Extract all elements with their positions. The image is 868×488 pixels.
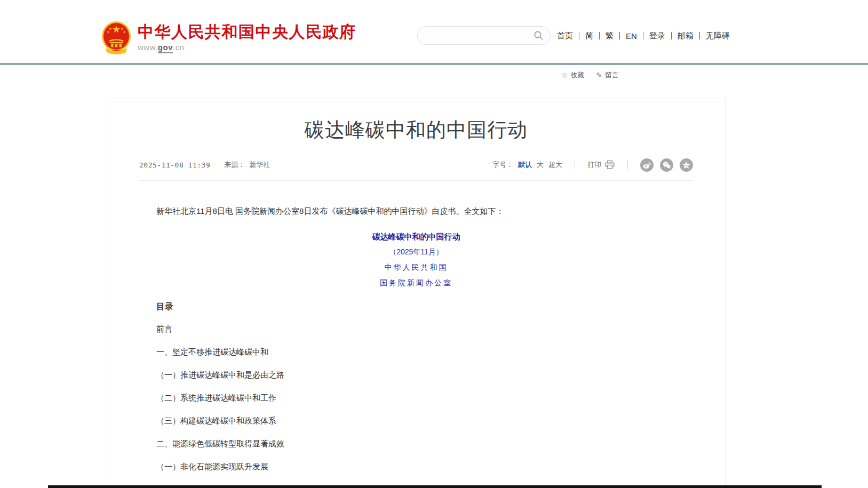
meta-divider [139, 180, 693, 181]
toc-item-1-2: （二）系统推进碳达峰碳中和工作 [156, 386, 676, 409]
pencil-icon: ✎ [596, 71, 602, 79]
nav-separator [579, 32, 579, 39]
print-button[interactable]: 打印 [587, 160, 615, 170]
header-divider [0, 63, 868, 65]
document-author-line1: 中华人民共和国 [156, 260, 676, 275]
font-size-large-button[interactable]: 大 [537, 160, 544, 170]
nav-simplified[interactable]: 简 [585, 31, 593, 41]
toc-item-1-3: （三）构建碳达峰碳中和政策体系 [156, 409, 676, 432]
site-url: www.gov.cn [138, 43, 356, 52]
nav-separator [599, 32, 600, 39]
toc-item-2: 二、能源绿色低碳转型取得显著成效 [156, 432, 676, 455]
share-icons [640, 158, 693, 172]
nav-traditional[interactable]: 繁 [606, 31, 614, 41]
comment-label: 留言 [605, 70, 619, 80]
meta-separator [575, 161, 575, 169]
meta-separator [627, 161, 628, 169]
search-button[interactable] [532, 27, 550, 44]
document-author-line2: 国务院新闻办公室 [156, 275, 676, 291]
article-body: 新华社北京11月8日电 国务院新闻办公室8日发布《碳达峰碳中和的中国行动》白皮书… [107, 205, 725, 478]
printer-icon [604, 160, 615, 170]
article-meta-row: 2025-11-08 11:39 来源： 新华社 字号： 默认 大 超大 打印 [107, 159, 725, 171]
publish-date: 2025-11-08 11:39 [139, 161, 210, 169]
share-qzone-button[interactable] [680, 158, 693, 172]
weibo-icon [642, 161, 651, 170]
lead-paragraph: 新华社北京11月8日电 国务院新闻办公室8日发布《碳达峰碳中和的中国行动》白皮书… [156, 205, 676, 217]
favorite-button[interactable]: ☆ 收藏 [561, 70, 585, 80]
document-date: （2025年11月） [156, 244, 676, 260]
comment-button[interactable]: ✎ 留言 [596, 70, 619, 80]
nav-separator [619, 32, 620, 39]
search-box [417, 26, 551, 45]
article-meta-left: 2025-11-08 11:39 来源： 新华社 [139, 160, 270, 170]
nav-home[interactable]: 首页 [557, 31, 573, 41]
site-url-cn: .cn [173, 43, 185, 52]
site-logo-link[interactable]: 中华人民共和国中央人民政府 www.gov.cn [100, 20, 356, 54]
brand-text: 中华人民共和国中央人民政府 www.gov.cn [138, 20, 356, 52]
page: 中华人民共和国中央人民政府 www.gov.cn 首页 简 繁 EN 登录 [0, 0, 868, 488]
bottom-window-edge [48, 485, 822, 488]
font-size-label: 字号： [492, 160, 513, 170]
toc-item-1: 一、坚定不移推进碳达峰碳中和 [156, 340, 676, 363]
document-heading-block: 碳达峰碳中和的中国行动 （2025年11月） 中华人民共和国 国务院新闻办公室 [156, 229, 676, 291]
favorite-label: 收藏 [570, 70, 584, 80]
page-title: 碳达峰碳中和的中国行动 [107, 117, 725, 143]
font-size-default-button[interactable]: 默认 [518, 160, 532, 170]
top-nav: 首页 简 繁 EN 登录 邮箱 无障碍 [557, 30, 730, 41]
qzone-star-icon [682, 161, 691, 170]
site-title: 中华人民共和国中央人民政府 [138, 23, 356, 41]
site-header: 中华人民共和国中央人民政府 www.gov.cn 首页 简 繁 EN 登录 [0, 0, 868, 64]
source-value: 新华社 [249, 160, 270, 170]
search-input[interactable] [418, 27, 532, 44]
toc-list: 前言 一、坚定不移推进碳达峰碳中和 （一）推进碳达峰碳中和是必由之路 （二）系统… [156, 317, 676, 478]
font-size-xlarge-button[interactable]: 超大 [548, 160, 562, 170]
nav-separator [643, 32, 643, 39]
toc-item-preface: 前言 [156, 317, 676, 340]
share-wechat-button[interactable] [660, 158, 673, 172]
site-url-gov: gov [158, 43, 173, 53]
document-title: 碳达峰碳中和的中国行动 [156, 229, 676, 244]
article-meta-right: 字号： 默认 大 超大 打印 [492, 158, 693, 172]
wechat-icon [662, 161, 671, 170]
source-label: 来源： [224, 160, 245, 170]
nav-separator [699, 32, 700, 39]
search-icon [533, 30, 544, 41]
nav-accessibility[interactable]: 无障碍 [706, 31, 730, 41]
toc-item-1-1: （一）推进碳达峰碳中和是必由之路 [156, 363, 676, 386]
share-weibo-button[interactable] [640, 158, 654, 172]
nav-login[interactable]: 登录 [649, 31, 665, 41]
page-toolbar: ☆ 收藏 ✎ 留言 [561, 70, 619, 80]
star-outline-icon: ☆ [561, 71, 568, 79]
site-url-www: www. [138, 43, 158, 52]
nav-mail[interactable]: 邮箱 [678, 31, 694, 41]
print-label: 打印 [587, 160, 601, 170]
toc-heading: 目录 [156, 301, 676, 312]
nav-separator [671, 32, 672, 39]
nav-english[interactable]: EN [626, 31, 637, 41]
toc-item-2-1: （一）非化石能源实现跃升发展 [156, 455, 676, 478]
article-container: 碳达峰碳中和的中国行动 2025-11-08 11:39 来源： 新华社 字号：… [107, 98, 726, 488]
national-emblem-icon [100, 20, 132, 54]
